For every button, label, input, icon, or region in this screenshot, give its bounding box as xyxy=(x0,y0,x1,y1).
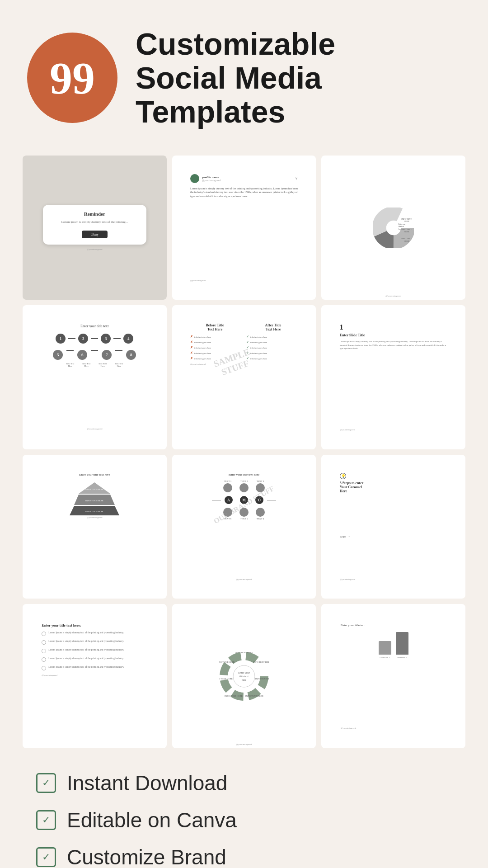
check-icon-2: ✓ xyxy=(36,810,56,830)
feature-label-editable-canva: Editable on Canva xyxy=(67,808,237,832)
page-container: 99 Customizable Social Media Templates R… xyxy=(0,0,488,868)
feature-item-instant-download: ✓ Instant Download xyxy=(36,771,452,795)
template-card-7: Enter your title text here INFO TEXT HER… xyxy=(23,455,167,599)
feature-item-editable-canva: ✓ Editable on Canva xyxy=(36,808,452,832)
svg-text:INFO TEXT HERE: INFO TEXT HERE xyxy=(235,651,253,654)
svg-text:INFO TEXT HERE: INFO TEXT HERE xyxy=(245,695,263,697)
template-card-3: INFO TEXT HERE INFO TEXT HERE INFO TEXT … xyxy=(321,156,465,300)
svg-text:title text: title text xyxy=(239,675,249,678)
svg-text:INFO TEXT: INFO TEXT xyxy=(401,237,412,240)
template-card-4: Enter your title text 1 2 3 4 5 6 xyxy=(23,305,167,449)
check-icon-3: ✓ xyxy=(36,847,56,867)
template-card-10: Enter your title text here: Lorem Ipsum … xyxy=(23,604,167,748)
svg-text:INFO TEXT HERE: INFO TEXT HERE xyxy=(219,661,235,663)
feature-label-customize-brand: Customize Brand xyxy=(67,845,226,868)
feature-item-customize-brand: ✓ Customize Brand xyxy=(36,845,452,868)
template-card-8: OUR BRAND STUFF Enter your title text he… xyxy=(172,455,316,599)
template-card-11: Enter your title text here INFO TEXT HER… xyxy=(172,604,316,748)
template-card-9: 💡 3 Steps to enterYour CarouselHere swip… xyxy=(321,455,465,599)
number-circle: 99 xyxy=(27,33,117,123)
templates-grid: Reminder Lorem ipsum is simply dummy tex… xyxy=(18,156,470,748)
template-card-1: Reminder Lorem ipsum is simply dummy tex… xyxy=(23,156,167,300)
svg-text:HERE: HERE xyxy=(404,220,409,222)
svg-text:INFO TEXT HERE: INFO TEXT HERE xyxy=(85,510,103,513)
svg-text:INFO TEXT HERE: INFO TEXT HERE xyxy=(225,695,243,697)
svg-text:title text: title text xyxy=(398,226,404,227)
svg-text:INFO TEXT HERE: INFO TEXT HERE xyxy=(85,500,103,502)
template-card-12: Enter your title te... OPTION 1 OPTION 2… xyxy=(321,604,465,748)
check-icon-1: ✓ xyxy=(36,773,56,793)
number-display: 99 xyxy=(50,52,95,104)
svg-text:HERE: HERE xyxy=(404,231,409,233)
svg-text:INFO TEXT HERE: INFO TEXT HERE xyxy=(85,488,103,491)
svg-text:INFO TEXT: INFO TEXT xyxy=(401,228,412,230)
svg-text:here: here xyxy=(398,228,401,230)
svg-text:here: here xyxy=(242,679,247,681)
svg-text:Enter your: Enter your xyxy=(398,223,405,225)
features-section: ✓ Instant Download ✓ Editable on Canva ✓… xyxy=(18,771,470,868)
template-card-6: 1 Enter Slide Title Lorem Ipsum is simpl… xyxy=(321,305,465,449)
template-card-2: profile name @yourinstagrend ∨ Lorem ips… xyxy=(172,156,316,300)
svg-text:INFO TEXT HERE: INFO TEXT HERE xyxy=(255,678,269,680)
svg-text:INFO TEXT HERE: INFO TEXT HERE xyxy=(219,678,233,680)
svg-text:Enter your: Enter your xyxy=(238,671,250,674)
header-title: Customizable Social Media Templates xyxy=(136,27,335,128)
svg-text:INFO TEXT: INFO TEXT xyxy=(401,218,412,220)
template-card-5: SAMPLESTUFF Before TitleText Here After … xyxy=(172,305,316,449)
header-section: 99 Customizable Social Media Templates xyxy=(18,27,470,128)
svg-text:INFO TEXT HERE: INFO TEXT HERE xyxy=(253,661,269,663)
feature-label-instant-download: Instant Download xyxy=(67,771,227,795)
svg-text:HERE: HERE xyxy=(404,240,409,242)
